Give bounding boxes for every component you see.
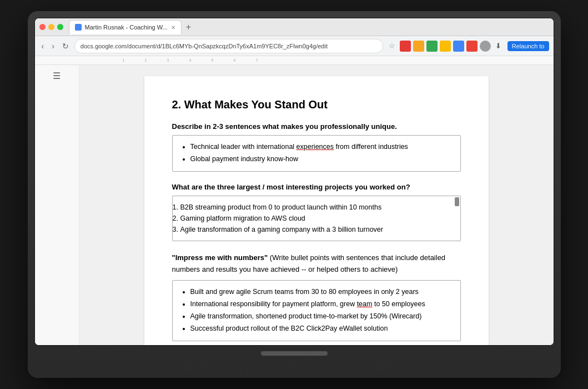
- url-bar[interactable]: docs.google.com/document/d/1BLc6MYb-QnSa…: [74, 39, 383, 53]
- address-bar: ‹ › ↻ docs.google.com/document/d/1BLc6MY…: [35, 36, 554, 56]
- ruler: 1 2 3 4 5 6 7: [35, 56, 554, 65]
- active-tab[interactable]: Martin Rusnak - Coaching W... ✕: [69, 20, 182, 34]
- download-icon[interactable]: ⬇: [493, 41, 504, 52]
- q3-bullet-3: Agile transformation, shortened product …: [190, 311, 453, 322]
- close-button[interactable]: [39, 24, 46, 30]
- q2-item-2: Gaming platform migration to AWS cloud: [180, 213, 453, 224]
- laptop-bottom: [34, 346, 554, 361]
- bookmark-icon[interactable]: ☆: [386, 41, 398, 52]
- q1-bullet-2: Global payment industry know-how: [190, 153, 453, 164]
- url-text: docs.google.com/document/d/1BLc6MYb-QnSa…: [81, 43, 328, 49]
- extension-icon-3[interactable]: [440, 41, 451, 52]
- maximize-button[interactable]: [57, 24, 63, 30]
- extension-icon-5[interactable]: [466, 41, 478, 52]
- q1-label: Describe in 2-3 sentences what makes you…: [172, 122, 461, 131]
- q2-item-1: B2B streaming product from 0 to product …: [180, 202, 453, 213]
- q3-bullet-4: Successful product rollout of the B2C Cl…: [190, 323, 453, 334]
- doc-icon: [75, 24, 82, 31]
- laptop-notch: [261, 351, 328, 356]
- q2-item-3: Agile transformation of a gaming company…: [180, 224, 453, 235]
- tab-bar: Martin Rusnak - Coaching W... ✕ +: [69, 20, 549, 34]
- extension-icon-4[interactable]: [453, 41, 464, 52]
- q1-answer-box[interactable]: Technical leader with international expe…: [172, 135, 461, 172]
- left-sidebar: ☰: [35, 65, 79, 345]
- minimize-button[interactable]: [48, 24, 54, 30]
- section-heading: 2. What Makes You Stand Out: [172, 98, 461, 111]
- extension-icon-1[interactable]: [413, 41, 424, 52]
- toolbar-icons: ☆ ⬇: [386, 41, 504, 52]
- title-bar: Martin Rusnak - Coaching W... ✕ +: [35, 18, 554, 36]
- laptop-frame: Martin Rusnak - Coaching W... ✕ + ‹ › ↻ …: [28, 11, 561, 378]
- scrollbar: [455, 197, 459, 206]
- menu-icon[interactable]: ☰: [53, 71, 61, 81]
- extension-icon-2[interactable]: [426, 41, 438, 52]
- q2-answer-box[interactable]: B2B streaming product from 0 to product …: [172, 196, 461, 241]
- doc-page: 2. What Makes You Stand Out Describe in …: [144, 76, 489, 345]
- q3-answer-box[interactable]: Built and grew agile Scrum teams from 30…: [172, 280, 461, 341]
- forward-button[interactable]: ›: [49, 41, 57, 52]
- tab-title: Martin Rusnak - Coaching W...: [85, 24, 168, 31]
- document-area[interactable]: 2. What Makes You Stand Out Describe in …: [79, 65, 554, 345]
- q3-bullet-1: Built and grew agile Scrum teams from 30…: [190, 286, 453, 297]
- pdf-icon[interactable]: [400, 41, 411, 52]
- back-button[interactable]: ‹: [39, 41, 47, 52]
- laptop-screen: Martin Rusnak - Coaching W... ✕ + ‹ › ↻ …: [34, 18, 554, 346]
- reload-button[interactable]: ↻: [60, 41, 71, 52]
- q1-bullet-1: Technical leader with international expe…: [190, 141, 453, 152]
- q3-intro: "Impress me with numbers" (Write bullet …: [172, 252, 461, 276]
- profile-icon[interactable]: [480, 41, 491, 52]
- new-tab-button[interactable]: +: [184, 22, 193, 32]
- q2-label: What are the three largest / most intere…: [172, 183, 461, 191]
- relaunch-button[interactable]: Relaunch to: [507, 41, 549, 51]
- traffic-lights: [39, 24, 63, 30]
- q3-bullet-2: International responsibility for payment…: [190, 298, 453, 310]
- tab-close-icon[interactable]: ✕: [171, 24, 175, 31]
- q3-intro-bold: "Impress me with numbers": [172, 253, 268, 262]
- content-area: ☰ 2. What Makes You Stand Out Describe i…: [35, 65, 554, 345]
